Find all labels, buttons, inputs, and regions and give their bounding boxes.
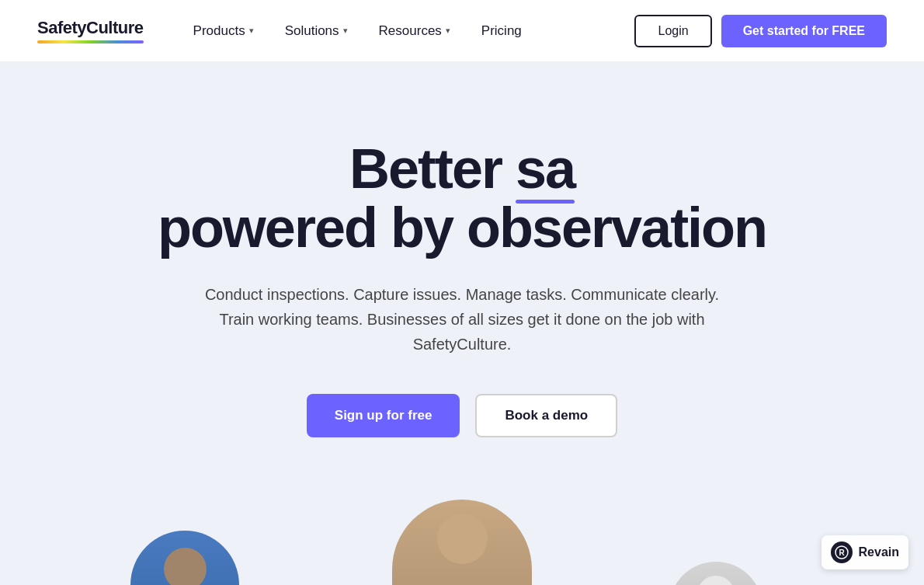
logo-colorbar [37,40,144,44]
hero-subtitle: Conduct inspections. Capture issues. Man… [198,282,726,357]
revain-badge: R Revain [822,535,908,569]
chevron-down-icon: ▾ [343,26,348,36]
person-center-head [437,514,488,564]
demo-button[interactable]: Book a demo [475,394,617,437]
nav-resources-label: Resources [379,23,442,39]
person-center [392,500,532,585]
person-right [669,562,762,585]
svg-text:R: R [839,548,845,557]
get-started-button[interactable]: Get started for FREE [721,15,887,47]
person-left [130,531,239,585]
nav-products-label: Products [193,23,245,39]
hero-image-area [37,484,887,585]
hero-title-highlight: sa [516,140,575,199]
nav-solutions-label: Solutions [285,23,339,39]
logo-safety-text: Safety [37,18,86,37]
login-button[interactable]: Login [634,15,711,47]
nav-item-pricing[interactable]: Pricing [469,17,534,45]
nav-item-products[interactable]: Products ▾ [181,17,266,45]
person-right-head [697,576,735,585]
hero-title: Better sa powered by observation [158,140,766,257]
chevron-down-icon: ▾ [446,26,450,36]
revain-icon: R [831,541,853,563]
navbar: SafetyCulture Products ▾ Solutions ▾ Res… [0,0,924,62]
person-left-head [164,548,207,585]
hero-section: Better sa powered by observation Conduct… [0,62,924,585]
logo-culture-text: Culture [86,18,144,37]
signup-button[interactable]: Sign up for free [307,394,460,437]
nav-item-resources[interactable]: Resources ▾ [366,17,463,45]
hero-title-line2: powered by observation [158,197,766,259]
nav-right: Login Get started for FREE [634,15,887,47]
chevron-down-icon: ▾ [249,26,254,36]
nav-pricing-label: Pricing [481,23,522,39]
hero-buttons: Sign up for free Book a demo [307,394,617,437]
logo[interactable]: SafetyCulture [37,18,144,44]
revain-label: Revain [859,545,899,559]
nav-links: Products ▾ Solutions ▾ Resources ▾ Prici… [181,17,635,45]
nav-item-solutions[interactable]: Solutions ▾ [273,17,360,45]
